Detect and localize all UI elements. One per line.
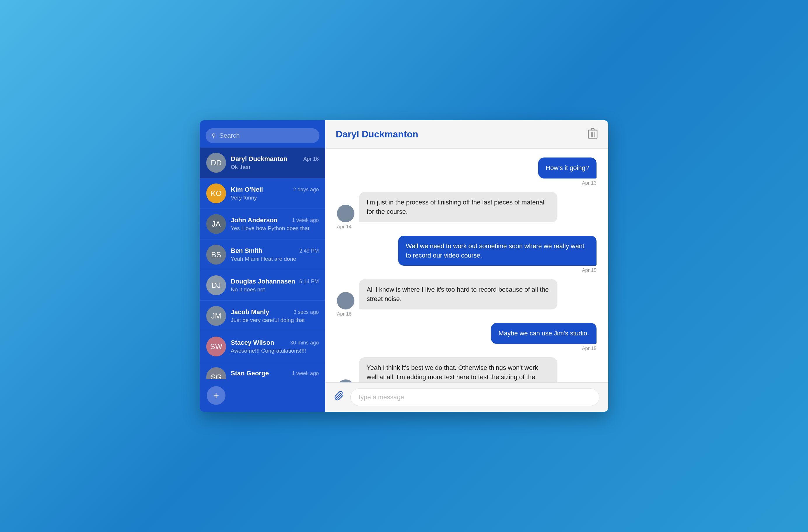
contact-header: Douglas Johannasen 6:14 PM — [231, 278, 319, 285]
sidebar: ⚲ DD Daryl Duckmanton Apr 16 Ok then KO … — [200, 120, 325, 412]
message-bubble: I'm just in the process of finishing off… — [359, 192, 557, 222]
contact-item-douglas[interactable]: DJ Douglas Johannasen 6:14 PM No it does… — [200, 270, 325, 301]
contact-name: John Anderson — [231, 216, 278, 224]
message-bubble: Well we need to work out sometime soon w… — [398, 236, 596, 266]
message-date: Apr 15 — [582, 268, 596, 273]
attach-button[interactable] — [334, 391, 345, 404]
avatar: DJ — [206, 275, 226, 295]
contact-list: DD Daryl Duckmanton Apr 16 Ok then KO Ki… — [200, 148, 325, 379]
search-icon: ⚲ — [212, 132, 216, 139]
add-contact-button[interactable]: + — [207, 386, 225, 405]
contact-name: Stacey Wilson — [231, 339, 274, 347]
avatar-initials: DJ — [212, 281, 221, 290]
message-row-m6: Yeah I think it's best we do that. Other… — [337, 357, 596, 382]
contact-info: Daryl Duckmanton Apr 16 Ok then — [231, 155, 319, 170]
contact-time: 1 week ago — [292, 370, 319, 377]
contact-time: 3 secs ago — [293, 309, 319, 315]
message-date: Apr 15 — [582, 346, 596, 351]
contact-time: 2 days ago — [293, 187, 319, 193]
contact-item-john[interactable]: JA John Anderson 1 week ago Yes I love h… — [200, 209, 325, 239]
contact-name: Douglas Johannasen — [231, 278, 295, 285]
avatar: JA — [206, 214, 226, 234]
avatar: SG — [206, 367, 226, 379]
paperclip-icon — [334, 391, 345, 401]
contact-item-kim[interactable]: KO Kim O'Neil 2 days ago Very funny — [200, 178, 325, 209]
msg-with-avatar: Yeah I think it's best we do that. Other… — [337, 357, 557, 382]
msg-with-avatar: All I know is where I live it's too hard… — [337, 279, 557, 310]
search-input[interactable] — [219, 132, 314, 140]
contact-preview: Very funny — [231, 195, 319, 201]
contact-item-daryl[interactable]: DD Daryl Duckmanton Apr 16 Ok then — [200, 148, 325, 178]
message-bubble: Maybe we can use Jim's studio. — [491, 323, 596, 344]
contact-name: Ben Smith — [231, 247, 262, 255]
chat-area: Daryl Duckmanton How's it going? Apr 13 … — [325, 120, 608, 412]
contact-preview: Yes I love how Python does that — [231, 225, 319, 232]
contact-info: Douglas Johannasen 6:14 PM No it does no… — [231, 278, 319, 293]
avatar: SW — [206, 336, 226, 356]
contact-time: 30 mins ago — [290, 340, 319, 346]
avatar-initials: SW — [210, 342, 222, 351]
delete-conversation-button[interactable] — [588, 128, 598, 141]
chat-header: Daryl Duckmanton — [325, 120, 608, 149]
avatar-initials: JA — [212, 220, 221, 229]
message-date: Apr 13 — [582, 180, 596, 186]
contact-time: Apr 16 — [304, 156, 319, 162]
message-avatar — [337, 205, 354, 222]
contact-name: Jacob Manly — [231, 308, 269, 316]
contact-info: Stan George 1 week ago Good job — [231, 369, 319, 379]
avatar: KO — [206, 183, 226, 203]
contact-preview: Ok then — [231, 164, 319, 170]
message-bubble: How's it going? — [538, 158, 597, 179]
contact-time: 2:49 PM — [299, 248, 319, 254]
message-bubble: All I know is where I live it's too hard… — [359, 279, 557, 310]
app-container: ⚲ DD Daryl Duckmanton Apr 16 Ok then KO … — [200, 120, 608, 412]
messages-container: How's it going? Apr 13 I'm just in the p… — [325, 149, 608, 382]
contact-item-stan[interactable]: SG Stan George 1 week ago Good job — [200, 362, 325, 379]
avatar-initials: SG — [210, 373, 222, 380]
avatar: JM — [206, 306, 226, 326]
message-row-m3: Well we need to work out sometime soon w… — [337, 236, 596, 274]
message-row-m4: All I know is where I live it's too hard… — [337, 279, 596, 317]
message-row-m1: How's it going? Apr 13 — [337, 158, 596, 186]
contact-time: 1 week ago — [292, 217, 319, 223]
contact-preview: Yeah Miami Heat are done — [231, 256, 319, 262]
sidebar-footer: + — [200, 379, 325, 412]
contact-header: John Anderson 1 week ago — [231, 216, 319, 224]
message-avatar — [337, 380, 354, 382]
message-date: Apr 14 — [337, 224, 351, 230]
contact-info: Ben Smith 2:49 PM Yeah Miami Heat are do… — [231, 247, 319, 262]
msg-with-avatar: I'm just in the process of finishing off… — [337, 192, 557, 222]
contact-header: Stan George 1 week ago — [231, 369, 319, 377]
message-row-m5: Maybe we can use Jim's studio. Apr 15 — [337, 323, 596, 351]
trash-icon — [588, 128, 598, 139]
message-input[interactable] — [350, 388, 600, 406]
contact-item-ben[interactable]: BS Ben Smith 2:49 PM Yeah Miami Heat are… — [200, 239, 325, 270]
contact-header: Daryl Duckmanton Apr 16 — [231, 155, 319, 163]
contact-info: Kim O'Neil 2 days ago Very funny — [231, 186, 319, 201]
avatar-initials: DD — [210, 158, 222, 167]
contact-name: Stan George — [231, 369, 269, 377]
contact-preview: Just be very careful doing that — [231, 317, 319, 324]
chat-title: Daryl Duckmanton — [336, 129, 418, 140]
contact-info: Stacey Wilson 30 mins ago Awesome!!! Con… — [231, 339, 319, 354]
contact-item-stacey[interactable]: SW Stacey Wilson 30 mins ago Awesome!!! … — [200, 331, 325, 362]
contact-item-jacob[interactable]: JM Jacob Manly 3 secs ago Just be very c… — [200, 301, 325, 331]
contact-header: Kim O'Neil 2 days ago — [231, 186, 319, 194]
message-avatar — [337, 292, 354, 310]
contact-time: 6:14 PM — [299, 278, 319, 285]
chat-input-area — [325, 382, 608, 412]
message-date: Apr 16 — [337, 311, 351, 317]
plus-icon: + — [213, 390, 219, 401]
avatar: DD — [206, 153, 226, 173]
avatar-initials: BS — [211, 250, 221, 259]
contact-preview: Awesome!!! Congratulations!!!! — [231, 348, 319, 354]
avatar-initials: JM — [211, 312, 221, 320]
contact-header: Stacey Wilson 30 mins ago — [231, 339, 319, 347]
contact-header: Jacob Manly 3 secs ago — [231, 308, 319, 316]
message-row-m2: I'm just in the process of finishing off… — [337, 192, 596, 230]
avatar-initials: KO — [210, 189, 222, 198]
contact-name: Kim O'Neil — [231, 186, 263, 194]
avatar: BS — [206, 245, 226, 264]
contact-preview: No it does not — [231, 287, 319, 293]
contact-header: Ben Smith 2:49 PM — [231, 247, 319, 255]
